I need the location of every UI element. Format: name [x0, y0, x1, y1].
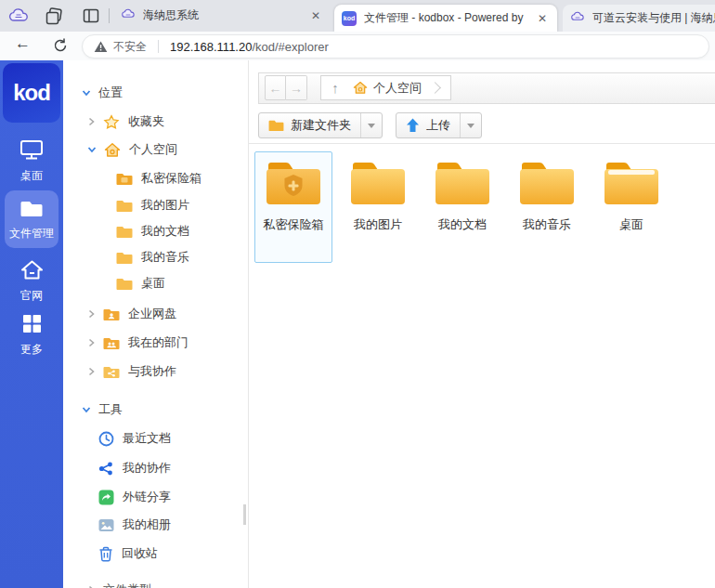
tab-close-icon[interactable]: ✕ — [535, 11, 550, 26]
tab-actions-icon[interactable] — [82, 7, 100, 25]
tab-close-icon[interactable]: ✕ — [308, 8, 323, 23]
refresh-icon[interactable] — [52, 37, 69, 54]
chevron-down-icon — [82, 88, 91, 98]
tab-title: 海纳思系统 — [143, 7, 301, 23]
home-icon — [104, 142, 121, 158]
folder-icon — [116, 225, 133, 239]
explorer-main: ← → ↑ 个人空间 新建文件夹 — [249, 60, 715, 588]
back-icon[interactable]: ← — [15, 34, 31, 53]
tree-section-tools[interactable]: 工具 — [82, 400, 123, 419]
sidebar-item-website[interactable]: 官网 — [0, 259, 63, 304]
sidebar-item-label: 更多 — [0, 342, 63, 358]
file-item-my-music[interactable]: 我的音乐 — [508, 151, 586, 263]
tree-section-location[interactable]: 位置 — [82, 84, 123, 102]
tree-item-safe-box[interactable]: 私密保险箱 — [116, 169, 202, 188]
tree-scrollbar-thumb[interactable] — [243, 504, 246, 525]
sidebar-item-more[interactable]: 更多 — [0, 313, 63, 358]
tree-panel: 位置 收藏夹 个人空间 私密保险箱 我的图片 我的文档 我的音乐 — [63, 60, 249, 588]
tree-item-label: 我的音乐 — [141, 249, 189, 266]
tree-item-label: 企业网盘 — [128, 306, 176, 322]
upload-button[interactable]: 上传 — [396, 113, 460, 137]
url-host: 192.168.111.20 — [170, 40, 252, 54]
tree-item-label: 最近文档 — [123, 430, 171, 447]
file-label: 我的文档 — [423, 216, 501, 233]
tree-item-recycle-bin[interactable]: 回收站 — [98, 544, 158, 563]
file-item-my-pictures[interactable]: 我的图片 — [339, 151, 417, 263]
file-item-safe-box[interactable]: 私密保险箱 — [254, 151, 332, 263]
path-box: ↑ 个人空间 — [320, 75, 451, 100]
sidebar-item-desktop[interactable]: 桌面 — [0, 138, 63, 184]
folder-icon — [116, 277, 133, 291]
tree-item-label: 我的协作 — [123, 460, 171, 477]
sidebar-item-label: 桌面 — [0, 168, 63, 184]
toolbar: 新建文件夹 上传 — [258, 112, 482, 140]
tree-item-label: 外链分享 — [123, 489, 171, 505]
new-folder-split-button: 新建文件夹 — [258, 112, 383, 138]
breadcrumb-label: 个人空间 — [373, 80, 422, 97]
history-nav-group: ← → — [265, 75, 307, 100]
enterprise-folder-icon — [103, 307, 120, 321]
folder-icon — [268, 119, 284, 132]
tree-item-personal-space[interactable]: 个人空间 — [87, 140, 177, 159]
tree-item-label: 我的文档 — [141, 223, 189, 240]
sidebar-item-file-manager[interactable]: 文件管理 — [5, 190, 58, 248]
tree-item-enterprise-drive[interactable]: 企业网盘 — [87, 305, 176, 323]
folder-icon — [433, 159, 492, 207]
tree-item-desktop-folder[interactable]: 桌面 — [116, 274, 165, 293]
tab-kodcloud-docs[interactable]: 可道云安装与使用 | 海纳思 — [563, 5, 715, 32]
tree-item-favorites[interactable]: 收藏夹 — [87, 112, 164, 131]
tree-item-recent-docs[interactable]: 最近文档 — [98, 429, 171, 448]
upload-arrow-icon — [406, 118, 420, 133]
tree-item-shared-with-me[interactable]: 与我协作 — [87, 362, 176, 381]
new-folder-dropdown[interactable] — [360, 113, 382, 137]
tree-section-label: 位置 — [98, 85, 123, 101]
safe-folder-icon — [116, 172, 133, 186]
tree-item-my-collaboration[interactable]: 我的协作 — [98, 459, 171, 477]
tree-item-label: 我的图片 — [141, 197, 189, 214]
pill-divider — [158, 40, 159, 53]
tab-hinas[interactable]: 海纳思系统 ✕ — [113, 0, 331, 31]
upload-split-button: 上传 — [396, 112, 482, 138]
tree-item-my-department[interactable]: 我在的部门 — [87, 333, 188, 352]
url-path: /kod/#explorer — [252, 40, 328, 54]
app-sidebar: kod 桌面 文件管理 官网 更多 — [0, 60, 63, 588]
kod-logo[interactable]: kod — [3, 63, 60, 123]
tree-item-label: 收藏夹 — [128, 113, 164, 130]
tree-item-external-share[interactable]: 外链分享 — [98, 488, 171, 506]
monitor-icon — [20, 138, 44, 161]
chevron-right-icon — [87, 338, 96, 347]
file-label: 私密保险箱 — [255, 216, 332, 233]
tree-item-label: 我的相册 — [123, 516, 171, 533]
folder-icon — [517, 159, 577, 207]
tab-title: 可道云安装与使用 | 海纳思 — [592, 10, 715, 26]
share-folder-icon — [103, 365, 120, 379]
workspaces-icon[interactable] — [45, 7, 63, 25]
breadcrumb-chevron-icon — [429, 82, 441, 94]
history-forward-button[interactable]: → — [286, 75, 307, 100]
tree-section-file-types-clipped[interactable]: 文件类型 — [87, 581, 151, 588]
breadcrumb-personal-space[interactable]: 个人空间 — [349, 80, 429, 97]
url-field[interactable]: 不安全 192.168.111.20/kod/#explorer — [82, 34, 709, 59]
up-folder-button[interactable]: ↑ — [321, 76, 349, 99]
chevron-right-icon — [87, 367, 96, 376]
folder-icon — [116, 251, 133, 265]
new-folder-button[interactable]: 新建文件夹 — [259, 113, 360, 137]
share-nodes-icon — [98, 461, 114, 477]
security-label[interactable]: 不安全 — [113, 39, 147, 55]
new-folder-label: 新建文件夹 — [291, 117, 351, 134]
photo-album-icon — [98, 517, 114, 533]
history-back-button[interactable]: ← — [265, 75, 286, 100]
grid-icon — [21, 313, 43, 334]
chevron-down-icon — [87, 145, 97, 154]
tab-kodbox-active[interactable]: kod 文件管理 - kodbox - Powered by ✕ — [334, 5, 557, 32]
tree-item-label: 个人空间 — [129, 141, 177, 158]
browser-cloud-icon[interactable] — [7, 5, 30, 27]
tree-item-my-albums[interactable]: 我的相册 — [98, 516, 171, 534]
tree-item-my-pictures[interactable]: 我的图片 — [116, 196, 189, 215]
file-item-my-documents[interactable]: 我的文档 — [423, 151, 501, 263]
tree-item-my-documents[interactable]: 我的文档 — [116, 222, 189, 241]
file-item-desktop[interactable]: 桌面 — [592, 151, 670, 263]
tree-item-my-music[interactable]: 我的音乐 — [116, 248, 189, 267]
upload-dropdown[interactable] — [460, 113, 481, 137]
caret-down-icon — [368, 124, 375, 128]
